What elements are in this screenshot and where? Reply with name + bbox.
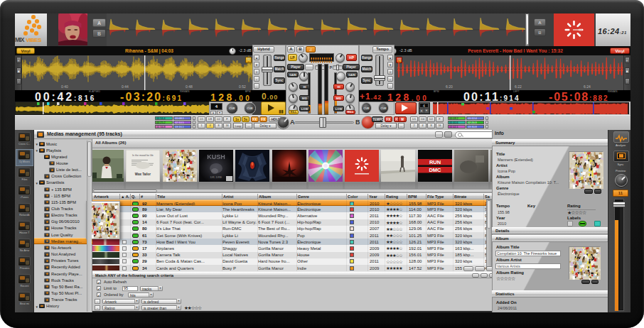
- svg-text:6:22: 6:22: [515, 84, 522, 89]
- svg-text:0:48: 0:48: [186, 84, 193, 89]
- svg-text:0:40: 0:40: [61, 84, 68, 89]
- svg-text:DMC: DMC: [429, 167, 441, 173]
- svg-text:KUSH: KUSH: [207, 153, 225, 160]
- svg-text:DR. DRE: DR. DRE: [210, 175, 222, 179]
- svg-text:6:24: 6:24: [584, 84, 591, 89]
- svg-text:0:52: 0:52: [239, 84, 246, 89]
- svg-text:0:44: 0:44: [122, 84, 129, 89]
- svg-text:6:20: 6:20: [446, 84, 453, 89]
- svg-text:In the mood for life: In the mood for life: [132, 154, 154, 157]
- svg-text:Wax Tailor: Wax Tailor: [135, 173, 151, 176]
- svg-text:RUN: RUN: [429, 159, 441, 165]
